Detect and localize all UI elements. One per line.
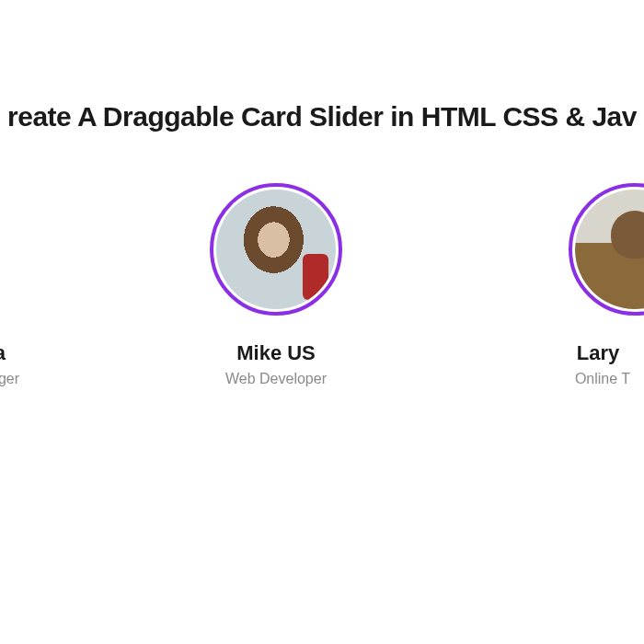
avatar-ring [569, 183, 644, 316]
profile-name: Lary [577, 341, 619, 365]
profile-role: Web Developer [225, 371, 327, 387]
card-slider[interactable]: dia ager Mike US Web Developer Lary Onli… [0, 183, 644, 387]
profile-card[interactable]: dia ager [0, 183, 64, 387]
profile-card[interactable]: Lary Online T [488, 183, 644, 387]
page-title: reate A Draggable Card Slider in HTML CS… [0, 101, 644, 132]
avatar-icon [575, 190, 644, 309]
avatar-ring [210, 183, 342, 316]
profile-name: dia [0, 341, 6, 365]
profile-card[interactable]: Mike US Web Developer [184, 183, 368, 387]
main-container: reate A Draggable Card Slider in HTML CS… [0, 0, 644, 644]
avatar-icon [216, 190, 336, 309]
profile-role: Online T [575, 371, 630, 387]
profile-name: Mike US [236, 341, 316, 365]
profile-role: ager [0, 371, 19, 387]
